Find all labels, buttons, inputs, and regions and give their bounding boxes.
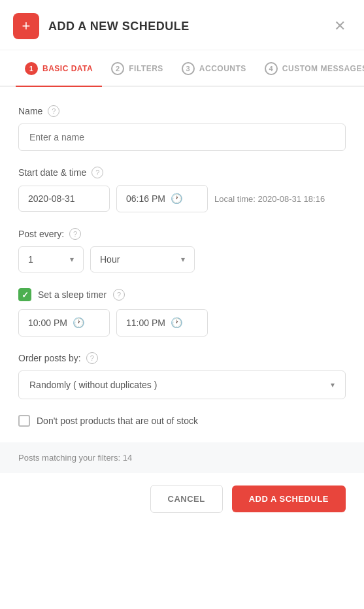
date-picker[interactable]: 2020-08-31 bbox=[18, 186, 110, 212]
tab-custom-messages[interactable]: 4 CUSTOM MESSAGES bbox=[256, 50, 364, 86]
sleep-time-row: 10:00 PM 🕐 11:00 PM 🕐 bbox=[18, 309, 346, 337]
sleep-start-time[interactable]: 10:00 PM 🕐 bbox=[18, 309, 110, 337]
header-left: + ADD A NEW SCHEDULE bbox=[13, 13, 190, 39]
post-every-num-value: 1 bbox=[28, 254, 33, 265]
clock-icon: 🕐 bbox=[171, 193, 183, 205]
sleep-end-time[interactable]: 11:00 PM 🕐 bbox=[116, 309, 208, 337]
tab-label-accounts: ACCOUNTS bbox=[199, 64, 246, 73]
post-every-num-select[interactable]: 1 ▾ bbox=[18, 246, 84, 272]
tab-num-4: 4 bbox=[265, 62, 278, 75]
chevron-down-order-icon: ▾ bbox=[331, 380, 335, 389]
stock-checkbox[interactable] bbox=[18, 415, 30, 427]
name-label-row: Name ? bbox=[18, 105, 346, 117]
local-time-label: Local time: 2020-08-31 18:16 bbox=[214, 194, 325, 204]
modal-header: + ADD A NEW SCHEDULE ✕ bbox=[0, 0, 364, 50]
order-posts-group: Order posts by: ? Randomly ( without dup… bbox=[18, 352, 346, 399]
stock-label: Don't post products that are out of stoc… bbox=[37, 416, 198, 426]
tab-label-basic-data: BASIC DATA bbox=[42, 64, 93, 73]
datetime-row: 2020-08-31 06:16 PM 🕐 Local time: 2020-0… bbox=[18, 185, 346, 212]
tab-label-filters: FILTERS bbox=[129, 64, 163, 73]
name-field-group: Name ? bbox=[18, 105, 346, 151]
action-footer: CANCEL ADD A SCHEDULE bbox=[0, 473, 364, 525]
sleep-start-value: 10:00 PM bbox=[28, 318, 67, 328]
post-every-group: Post every: ? 1 ▾ Hour ▾ bbox=[18, 228, 346, 272]
tab-num-2: 2 bbox=[111, 62, 124, 75]
date-value: 2020-08-31 bbox=[28, 193, 75, 204]
tab-accounts[interactable]: 3 ACCOUNTS bbox=[173, 50, 256, 86]
order-help-icon[interactable]: ? bbox=[86, 352, 98, 364]
order-select[interactable]: Randomly ( without duplicates ) ▾ bbox=[18, 370, 346, 399]
order-value: Randomly ( without duplicates ) bbox=[29, 380, 157, 390]
post-every-unit-value: Hour bbox=[100, 254, 120, 265]
cancel-button[interactable]: CANCEL bbox=[150, 485, 223, 513]
name-label: Name bbox=[18, 106, 42, 116]
chevron-down-icon-unit: ▾ bbox=[181, 255, 185, 264]
name-help-icon[interactable]: ? bbox=[48, 105, 59, 117]
plus-icon[interactable]: + bbox=[13, 13, 39, 39]
form-content: Name ? Start date & time ? 2020-08-31 06… bbox=[0, 87, 364, 427]
start-datetime-group: Start date & time ? 2020-08-31 06:16 PM … bbox=[18, 167, 346, 212]
datetime-help-icon[interactable]: ? bbox=[91, 167, 103, 178]
post-every-unit-select[interactable]: Hour ▾ bbox=[90, 246, 195, 272]
tab-num-3: 3 bbox=[182, 62, 195, 75]
tab-num-1: 1 bbox=[25, 62, 38, 75]
tab-filters[interactable]: 2 FILTERS bbox=[102, 50, 173, 86]
tab-label-custom-messages: CUSTOM MESSAGES bbox=[282, 64, 364, 73]
checkmark-icon: ✓ bbox=[22, 290, 29, 300]
sleep-timer-group: ✓ Set a sleep timer ? 10:00 PM 🕐 11:00 P… bbox=[18, 288, 346, 337]
clock-icon-sleep-start: 🕐 bbox=[73, 317, 85, 329]
time-picker[interactable]: 06:16 PM 🕐 bbox=[116, 185, 208, 212]
stock-checkbox-row[interactable]: Don't post products that are out of stoc… bbox=[18, 415, 346, 427]
tab-bar: 1 BASIC DATA 2 FILTERS 3 ACCOUNTS 4 CUST… bbox=[0, 50, 364, 87]
start-datetime-label-row: Start date & time ? bbox=[18, 167, 346, 178]
order-label: Order posts by: bbox=[18, 353, 81, 363]
order-label-row: Order posts by: ? bbox=[18, 352, 346, 364]
page-title: ADD A NEW SCHEDULE bbox=[48, 20, 190, 33]
name-input[interactable] bbox=[18, 123, 346, 151]
sleep-timer-toggle-row[interactable]: ✓ Set a sleep timer ? bbox=[18, 288, 346, 301]
tab-basic-data[interactable]: 1 BASIC DATA bbox=[16, 50, 102, 86]
filter-info-text: Posts matching your filters: 14 bbox=[18, 453, 132, 463]
time-value: 06:16 PM bbox=[126, 193, 165, 204]
start-datetime-label: Start date & time bbox=[18, 167, 86, 178]
close-button[interactable]: ✕ bbox=[331, 16, 348, 36]
sleep-timer-checkbox[interactable]: ✓ bbox=[18, 288, 31, 301]
post-every-help-icon[interactable]: ? bbox=[69, 228, 81, 240]
post-every-row: 1 ▾ Hour ▾ bbox=[18, 246, 346, 272]
sleep-timer-label: Set a sleep timer bbox=[38, 289, 107, 300]
filter-info-bar: Posts matching your filters: 14 bbox=[0, 442, 364, 473]
sleep-timer-help-icon[interactable]: ? bbox=[113, 289, 125, 301]
post-every-label: Post every: bbox=[18, 229, 64, 239]
add-schedule-button[interactable]: ADD A SCHEDULE bbox=[232, 486, 346, 512]
post-every-label-row: Post every: ? bbox=[18, 228, 346, 240]
chevron-down-icon: ▾ bbox=[70, 255, 74, 264]
sleep-end-value: 11:00 PM bbox=[126, 318, 165, 328]
clock-icon-sleep-end: 🕐 bbox=[171, 317, 183, 329]
